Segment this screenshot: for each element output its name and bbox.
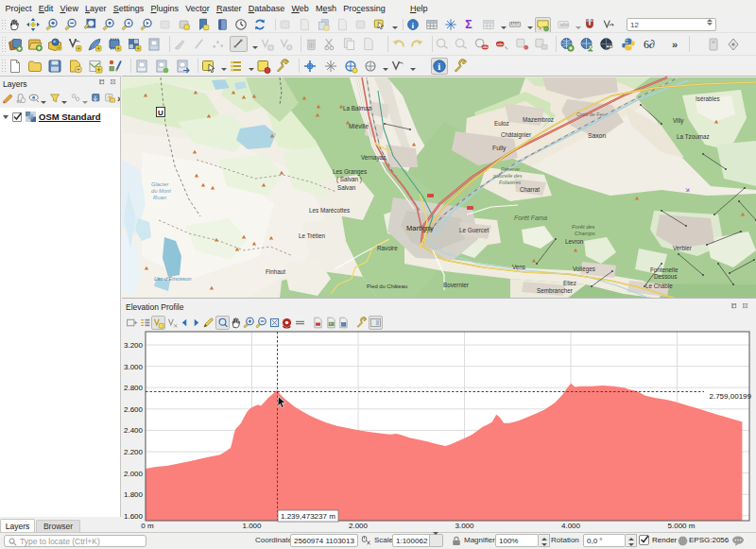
- svg-text:6∂: 6∂: [644, 38, 655, 51]
- svg-text:Réserve: Réserve: [501, 166, 520, 172]
- svg-text:Pied du Château: Pied du Château: [367, 283, 407, 289]
- svg-text:Châtaignier: Châtaignier: [501, 131, 531, 139]
- svg-text:Σ: Σ: [465, 18, 472, 31]
- svg-text:Verbier: Verbier: [673, 245, 692, 251]
- svg-text:Mazembroz: Mazembroz: [523, 116, 554, 123]
- svg-text:Fully: Fully: [492, 145, 507, 152]
- svg-text:Levron: Levron: [565, 238, 584, 245]
- svg-text:i: i: [412, 21, 415, 30]
- svg-text:du Mont: du Mont: [151, 188, 171, 194]
- svg-text:Le Guercet: Le Guercet: [459, 227, 489, 233]
- svg-text:U: U: [158, 109, 163, 117]
- svg-text:naturelle des: naturelle des: [493, 173, 523, 179]
- svg-text:Follatères: Follatères: [499, 180, 522, 185]
- svg-text:Saxon: Saxon: [588, 132, 606, 139]
- svg-text:Salvan: Salvan: [337, 184, 356, 191]
- svg-text:Ruan: Ruan: [153, 195, 166, 200]
- svg-text:abc: abc: [497, 42, 504, 46]
- svg-text:Martigny: Martigny: [406, 224, 434, 232]
- svg-text:Isérables: Isérables: [696, 95, 720, 102]
- svg-text:Sembrancher: Sembrancher: [537, 287, 573, 294]
- svg-text:Forêt Fama: Forêt Fama: [514, 214, 547, 221]
- svg-text:Vernayaz: Vernayaz: [361, 154, 386, 162]
- svg-text:Champs: Champs: [575, 231, 595, 236]
- svg-text:abc: abc: [482, 44, 489, 49]
- svg-text:Le Trétien: Le Trétien: [299, 232, 326, 239]
- svg-text:Villy: Villy: [673, 117, 684, 125]
- svg-text:Glacier: Glacier: [151, 181, 169, 187]
- svg-text:La Balmaz: La Balmaz: [343, 105, 371, 112]
- svg-text:abc: abc: [560, 21, 570, 27]
- svg-text:Dessous: Dessous: [654, 273, 678, 280]
- svg-text:Etiez: Etiez: [563, 280, 576, 286]
- svg-text:Les Marécottes: Les Marécottes: [309, 207, 350, 214]
- svg-text:Ravoire: Ravoire: [377, 245, 398, 251]
- svg-text:Charrat: Charrat: [520, 186, 540, 193]
- svg-text:Vens: Vens: [512, 264, 525, 270]
- svg-text:Croix de Fer: Croix de Fer: [576, 112, 604, 117]
- svg-text:Euloz: Euloz: [494, 120, 509, 127]
- svg-text:Forêt des: Forêt des: [572, 224, 595, 230]
- svg-text:i: i: [438, 61, 441, 72]
- svg-text:Le Châble: Le Châble: [645, 283, 673, 289]
- svg-text:Bovernier: Bovernier: [443, 282, 469, 288]
- svg-text:Miéville: Miéville: [349, 123, 369, 129]
- svg-text:Vollèges: Vollèges: [573, 266, 595, 273]
- svg-text:La Tzoumaz: La Tzoumaz: [677, 133, 710, 140]
- svg-text:Les Granges: Les Granges: [333, 168, 367, 176]
- svg-text:( Salvan ): ( Salvan ): [336, 176, 362, 183]
- svg-text:Fontenelle: Fontenelle: [650, 266, 679, 273]
- svg-text:Lac d'Émosson: Lac d'Émosson: [154, 276, 191, 282]
- svg-text:Finhaut: Finhaut: [266, 268, 285, 275]
